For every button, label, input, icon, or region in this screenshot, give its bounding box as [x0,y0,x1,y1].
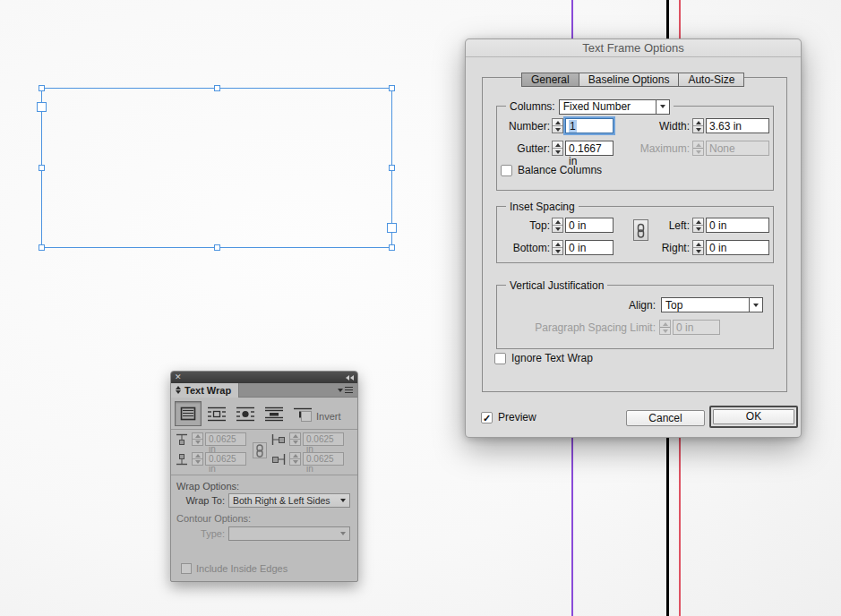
inset-top-label: Top: [497,219,550,232]
gutter-field[interactable]: 0.1667 in [565,141,614,156]
preview-label: Preview [498,411,536,424]
right-offset-field: 0.0625 in [303,452,344,466]
jump-object-icon [265,406,283,422]
inset-spacing-group: Inset Spacing Top: 0 in Left: 0 in Botto… [496,206,774,263]
width-label: Width: [619,120,690,133]
inset-spacing-legend: Inset Spacing [506,200,579,214]
align-dropdown[interactable]: Top [661,297,763,312]
balance-columns-box[interactable] [501,165,512,176]
dropdown-arrow-icon [336,494,349,507]
indesign-canvas: { "dialog": { "title": "Text Frame Optio… [0,0,841,616]
text-wrap-panel: ✕ Text Wrap [170,371,358,582]
balance-columns-label: Balance Columns [518,164,602,176]
columns-label: Columns: [510,100,555,113]
wrap-jump-object-button[interactable] [261,401,287,426]
invert-checkbox[interactable]: Invert [301,411,341,422]
link-inset-values-button[interactable] [633,219,648,241]
panel-toggle-icon [176,386,181,394]
number-stepper[interactable] [552,118,563,133]
tab-baseline-options[interactable]: Baseline Options [579,73,680,87]
tab-auto-size[interactable]: Auto-Size [678,73,744,87]
inset-right-stepper[interactable] [692,240,704,255]
selected-text-frame[interactable] [41,88,392,248]
preview-checkbox-box[interactable] [481,412,493,424]
ok-button-ring: OK [709,406,798,428]
contour-type-label: Type: [171,528,225,539]
contour-options-heading: Contour Options: [176,513,251,524]
wrap-options-heading: Wrap Options: [176,481,239,492]
contour-type-dropdown [228,526,350,541]
include-inside-edges-label: Include Inside Edges [196,563,287,574]
right-offset-icon [271,453,287,466]
number-field[interactable]: 1 [565,118,614,133]
collapse-icon[interactable] [346,375,354,381]
top-offset-icon [176,433,188,446]
handle-bottom-right[interactable] [389,244,395,251]
panel-tab-label: Text Wrap [185,385,231,396]
handle-top-center[interactable] [214,85,220,91]
balance-columns-checkbox[interactable]: Balance Columns [501,164,602,176]
inset-right-field[interactable]: 0 in [706,240,769,255]
separator [171,429,357,430]
dialog-tabs: General Baseline Options Auto-Size [522,73,744,87]
columns-mode-dropdown[interactable]: Fixed Number [559,99,670,115]
handle-middle-left[interactable] [39,165,45,171]
handle-bottom-left[interactable] [39,244,45,251]
wrap-bounding-box-button[interactable] [203,401,230,426]
number-label: Number: [497,120,550,133]
text-in-port[interactable] [37,102,47,112]
text-frame-options-dialog: Text Frame Options General Baseline Opti… [465,38,802,438]
vertical-justification-label: Vertical Justification [510,279,604,292]
close-icon[interactable]: ✕ [175,373,182,381]
wrap-to-value: Both Right & Left Sides [229,495,336,506]
panel-title-bar[interactable]: ✕ [171,372,357,383]
text-out-port[interactable] [387,223,397,233]
handle-middle-right[interactable] [389,165,395,171]
tab-general[interactable]: General [521,73,579,87]
inset-top-field[interactable]: 0 in [565,218,614,233]
invert-checkbox-box[interactable] [301,411,312,422]
align-label: Align: [497,299,656,312]
gutter-stepper[interactable] [552,141,563,156]
inset-bottom-stepper[interactable] [552,240,563,255]
left-offset-field: 0.0625 in [303,432,344,446]
invert-label: Invert [316,411,341,422]
tab-text-wrap[interactable]: Text Wrap [171,383,239,398]
ok-button[interactable]: OK [713,409,794,424]
include-inside-edges-checkbox: Include Inside Edges [181,563,287,574]
panel-menu-icon[interactable] [338,387,353,393]
wrap-object-shape-button[interactable] [232,401,259,426]
inset-left-label: Left: [619,219,690,232]
inset-bottom-label: Bottom: [497,242,550,254]
maximum-stepper [692,141,704,156]
handle-bottom-center[interactable] [214,244,220,251]
handle-top-left[interactable] [39,85,45,91]
inset-spacing-label: Inset Spacing [510,201,575,213]
width-stepper[interactable] [692,118,704,133]
link-offsets-icon [253,442,267,458]
paragraph-spacing-limit-stepper [659,320,671,335]
inset-right-label: Right: [619,242,690,254]
width-field[interactable]: 3.63 in [706,118,769,133]
preview-checkbox[interactable]: Preview [481,411,536,424]
inset-left-stepper[interactable] [692,218,704,233]
vertical-justification-group: Vertical Justification Align: Top Paragr… [496,285,774,349]
inset-top-stepper[interactable] [552,218,563,233]
wrap-bounding-box-icon [208,406,226,422]
wrap-none-button[interactable] [175,401,202,426]
bottom-offset-field: 0.0625 in [205,452,246,466]
paragraph-spacing-limit-label: Paragraph Spacing Limit: [497,321,656,334]
wrap-to-dropdown[interactable]: Both Right & Left Sides [228,493,350,508]
vertical-justification-legend: Vertical Justification [506,278,607,293]
columns-legend: Columns: Fixed Number [506,99,674,114]
cancel-button[interactable]: Cancel [626,410,705,426]
dialog-title: Text Frame Options [466,39,801,57]
maximum-field: None [706,141,769,156]
align-value: Top [662,299,749,312]
right-offset-stepper [289,452,301,466]
inset-left-field[interactable]: 0 in [706,218,769,233]
inset-bottom-field[interactable]: 0 in [565,240,614,255]
dropdown-arrow-icon [656,100,669,114]
chain-icon [636,223,646,238]
handle-top-right[interactable] [389,85,395,91]
